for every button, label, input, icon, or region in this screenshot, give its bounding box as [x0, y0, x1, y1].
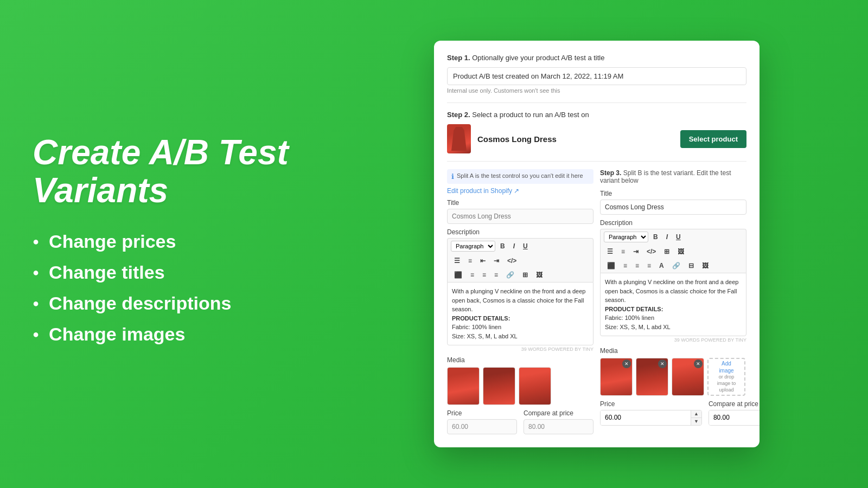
split-b-link-btn[interactable]: 🔗 — [669, 260, 684, 271]
split-a-editor-body: With a plunging V neckline on the front … — [447, 282, 593, 345]
split-b-detail-header: PRODUCT DETAILS: — [605, 305, 742, 314]
split-b-editor-body[interactable]: With a plunging V neckline on the front … — [600, 273, 746, 336]
split-a-img2 — [483, 368, 515, 404]
split-b-media-2-close[interactable]: ✕ — [658, 359, 667, 368]
split-a-bold-btn: B — [497, 241, 508, 252]
split-a-media-section: Media — [447, 356, 593, 405]
split-a-underline-btn: U — [520, 241, 531, 252]
split-a-media-1 — [447, 367, 480, 405]
split-b-compare-wrap: ▲ ▼ — [709, 410, 760, 426]
split-a-info-banner: ℹ Split A is the test control so you can… — [447, 169, 593, 184]
bullet-item-3: Change descriptions — [33, 293, 304, 314]
product-select-row: Cosmos Long Dress Select product — [447, 124, 746, 153]
split-b-price-up[interactable]: ▲ — [691, 410, 701, 418]
step2-header: Step 2. Select a product to run an A/B t… — [447, 111, 746, 119]
split-a-toolbar-row2: ☰ ≡ ⇤ ⇥ </> — [447, 254, 593, 268]
split-b-media-1-close[interactable]: ✕ — [622, 359, 631, 368]
split-b-toolbar-row2: ☰ ≡ ⇥ </> ⊞ 🖼 — [600, 245, 746, 259]
split-a-compare-field: Compare at price — [524, 409, 593, 434]
split-b-price-row: Price ▲ ▼ Compare at price — [600, 400, 746, 426]
product-thumbnail — [447, 124, 471, 153]
split-b-italic-btn[interactable]: I — [663, 232, 671, 242]
split-b-price-input[interactable] — [601, 410, 691, 425]
split-a-size: Size: XS, S, M, L abd XL — [452, 332, 589, 341]
split-b-underline-btn[interactable]: U — [673, 232, 684, 242]
split-b-color-btn[interactable]: A — [656, 260, 667, 271]
split-b-ol-btn[interactable]: ≡ — [618, 246, 628, 257]
split-b-code-btn[interactable]: </> — [643, 246, 659, 257]
add-image-text1: Add — [722, 360, 731, 367]
split-a-italic-btn: I — [510, 241, 518, 252]
split-b-title-input[interactable] — [600, 200, 746, 215]
split-b-add-image-box[interactable]: Add image or drop image to upload — [707, 358, 745, 396]
split-a-align-l-btn: ⬛ — [451, 269, 465, 280]
split-a-desc-label: Description — [447, 228, 593, 236]
split-b-editor-footer: 39 WORDS POWERED BY TINY — [600, 337, 746, 343]
split-a-img3 — [519, 368, 551, 404]
split-b-media-2: ✕ — [636, 358, 668, 396]
split-a-desc-text1: With a plunging V neckline on the front … — [452, 287, 589, 314]
split-a-title-input — [447, 209, 593, 224]
split-b-media-label: Media — [600, 347, 746, 355]
split-b-align-l[interactable]: ⬛ — [604, 260, 618, 271]
split-a-media-2 — [483, 367, 515, 405]
split-a-price-row: Price Compare at price — [447, 409, 593, 434]
split-b-bold-btn[interactable]: B — [650, 232, 661, 242]
split-a-align-c-btn: ≡ — [467, 269, 477, 280]
product-name: Cosmos Long Dress — [477, 134, 674, 144]
bullet-item-4: Change images — [33, 324, 304, 345]
split-a-align-r-btn: ≡ — [479, 269, 489, 280]
split-b-media-3-close[interactable]: ✕ — [694, 359, 703, 368]
split-b-align-j[interactable]: ≡ — [644, 260, 654, 271]
modal: Step 1. Optionally give your product A/B… — [434, 41, 760, 447]
info-icon: ℹ — [451, 172, 454, 181]
bullet-item-1: Change prices — [33, 231, 304, 252]
split-b-media-1: ✕ — [600, 358, 633, 396]
split-b-price-field: Price ▲ ▼ — [600, 400, 702, 426]
split-b-table-btn[interactable]: ⊟ — [685, 260, 697, 271]
split-a-align-j-btn: ≡ — [491, 269, 501, 280]
split-a-media-label: Media — [447, 356, 593, 364]
split-a-detail-header: PRODUCT DETAILS: — [452, 314, 589, 323]
left-panel: Create A/B Test Variants Change prices C… — [0, 101, 336, 388]
add-image-text3: or drop image to upload — [712, 374, 741, 393]
split-a-price-field: Price — [447, 409, 517, 434]
split-a-fabric: Fabric: 100% linen — [452, 323, 589, 332]
split-b-fabric: Fabric: 100% linen — [605, 313, 742, 323]
split-b-price-spinners: ▲ ▼ — [691, 410, 701, 425]
split-a-media-grid — [447, 367, 593, 405]
split-columns: ℹ Split A is the test control so you can… — [447, 169, 746, 434]
split-b-img-btn2[interactable]: 🖼 — [674, 246, 687, 257]
split-b-toolbar-row1: Paragraph B I U — [600, 229, 746, 245]
split-a-price-input — [447, 419, 517, 434]
split-a-media-3 — [519, 367, 551, 405]
split-b-media-btn[interactable]: 🖼 — [699, 260, 712, 271]
step1-title-input[interactable] — [447, 67, 746, 85]
split-b-size: Size: XS, S, M, L abd XL — [605, 323, 742, 332]
add-image-text2: image — [719, 367, 733, 374]
split-a-ul-btn: ☰ — [451, 255, 463, 266]
split-b-price-down[interactable]: ▼ — [691, 418, 701, 425]
split-a-panel: ℹ Split A is the test control so you can… — [447, 169, 593, 434]
split-a-link-btn: 🔗 — [503, 269, 518, 280]
split-b-indent-btn[interactable]: ⇥ — [630, 246, 642, 257]
split-b-table-btn2[interactable]: ⊞ — [661, 246, 673, 257]
split-b-ul-btn[interactable]: ☰ — [604, 246, 616, 257]
split-a-editor-footer: 39 WORDS POWERED BY TINY — [447, 346, 593, 352]
bullet-list: Change prices Change titles Change descr… — [33, 231, 304, 345]
step3-header: Step 3. Split B is the test variant. Edi… — [600, 169, 746, 184]
split-b-format-select[interactable]: Paragraph — [604, 232, 648, 242]
split-b-align-c[interactable]: ≡ — [620, 260, 630, 271]
split-b-align-r[interactable]: ≡ — [632, 260, 642, 271]
split-b-compare-input[interactable] — [709, 410, 760, 425]
edit-product-link[interactable]: Edit product in Shopify ↗ — [447, 187, 593, 195]
split-b-desc-label: Description — [600, 219, 746, 227]
step1-hint: Internal use only. Customers won't see t… — [447, 87, 746, 94]
split-a-table-btn: ⊞ — [519, 269, 531, 280]
select-product-button[interactable]: Select product — [680, 130, 746, 148]
split-b-price-wrap: ▲ ▼ — [600, 410, 702, 426]
split-a-title-label: Title — [447, 199, 593, 207]
split-a-img1 — [448, 368, 479, 404]
split-a-toolbar-row3: ⬛ ≡ ≡ ≡ 🔗 ⊞ 🖼 — [447, 268, 593, 282]
split-a-outdent-btn: ⇤ — [477, 255, 489, 266]
